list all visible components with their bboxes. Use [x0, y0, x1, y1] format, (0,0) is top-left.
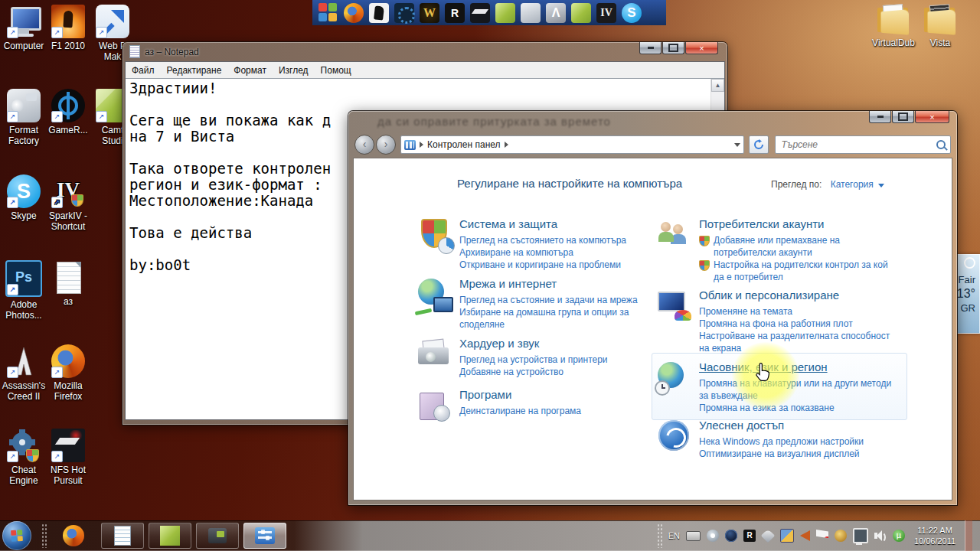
back-button[interactable]: ‹ — [354, 135, 374, 155]
tray-utorrent-icon[interactable]: µ — [893, 530, 905, 542]
scroll-up-arrow-icon[interactable]: ▲ — [711, 79, 724, 92]
world-of-warcraft-icon[interactable]: W — [420, 3, 439, 23]
desktop-icon-az-text-file[interactable]: аз — [39, 260, 97, 307]
category-link[interactable]: Настройване на разделителната способност… — [699, 330, 900, 354]
search-icon[interactable] — [936, 140, 946, 149]
category-link[interactable]: Откриване и коригиране на проблеми — [459, 259, 660, 271]
taskbar-grip[interactable] — [41, 523, 47, 548]
tray-display-switch-icon[interactable] — [780, 529, 794, 543]
forward-button[interactable]: › — [376, 135, 396, 155]
category-link[interactable]: Избиране на домашна група и опции за спо… — [459, 306, 660, 331]
category-link[interactable]: Променяне на темата — [699, 305, 900, 318]
ease-of-access-icon[interactable] — [656, 419, 691, 454]
network-internet-icon[interactable] — [416, 277, 452, 312]
tray-camtasia-icon[interactable] — [707, 530, 719, 542]
category-link[interactable]: Оптимизиране на визуалния дисплей — [699, 448, 900, 460]
tray-gold-badge-icon[interactable] — [835, 530, 847, 542]
close-button[interactable]: × — [685, 42, 718, 54]
category-title[interactable]: Улеснен достъп — [699, 419, 900, 432]
appearance-icon[interactable] — [656, 289, 691, 324]
spark-iv-icon[interactable]: IV — [596, 3, 616, 23]
windows-icon[interactable] — [318, 3, 338, 23]
category-link[interactable]: Промяна на езика за показване — [699, 402, 900, 414]
tray-grip[interactable] — [657, 523, 662, 548]
camtasia-studio-icon[interactable] — [571, 3, 591, 23]
menu-file[interactable]: Файл — [126, 65, 161, 76]
category-link[interactable]: Добавяне на устройство — [459, 366, 660, 378]
assassins-creed-icon[interactable] — [546, 3, 566, 23]
maximize-button[interactable] — [662, 42, 684, 54]
category-link[interactable]: Настройка на родителски контрол за кой д… — [714, 259, 900, 283]
close-button[interactable]: × — [915, 111, 949, 123]
cheat-engine-icon[interactable] — [394, 3, 414, 23]
menu-view[interactable]: Изглед — [273, 65, 315, 76]
desktop-icon-vista[interactable]: Vista — [911, 5, 969, 48]
refresh-button[interactable] — [749, 135, 769, 154]
chevron-down-icon[interactable] — [878, 184, 884, 187]
category-title[interactable]: Програми — [459, 388, 660, 402]
taskbar-button-notepad[interactable] — [101, 523, 144, 549]
taskbar-firefox-icon[interactable] — [63, 525, 84, 546]
skype-icon[interactable]: S — [622, 3, 642, 23]
need-for-speed-icon[interactable] — [470, 3, 490, 23]
system-security-icon[interactable] — [416, 217, 452, 253]
category-link[interactable]: Промяна на фона на работния плот — [699, 318, 900, 330]
maximize-button[interactable] — [892, 111, 914, 123]
category-link[interactable]: Преглед на състоянието на компютъра — [459, 234, 660, 246]
tray-steam-icon[interactable] — [725, 530, 737, 542]
desktop-icon-spark-iv[interactable]: IV↗ SparkIV - Shortcut — [39, 174, 97, 232]
rockstar-icon[interactable]: R — [445, 3, 465, 23]
menu-format[interactable]: Формат — [227, 65, 273, 76]
category-link[interactable]: Деинсталиране на програма — [459, 405, 660, 417]
taskbar-button-camtasia-studio[interactable] — [149, 523, 191, 549]
tray-action-center-icon[interactable] — [816, 530, 828, 542]
search-input[interactable] — [780, 139, 936, 151]
category-link[interactable]: Нека Windows да предложи настройки — [699, 435, 900, 448]
clock[interactable]: 11:22 AM 10/06/2011 — [911, 525, 959, 546]
category-link[interactable]: Архивиране на компютъра — [459, 246, 660, 259]
minimize-button[interactable] — [639, 42, 662, 54]
taskbar-button-camtasia-recorder[interactable] — [196, 523, 239, 549]
tray-rockstar-icon[interactable]: R — [743, 530, 756, 542]
breadcrumb-arrow-icon[interactable] — [420, 142, 423, 148]
category-title-hovered[interactable]: Часовник, език и регион — [699, 360, 900, 374]
keyboard-layout-icon[interactable] — [686, 531, 701, 541]
menu-edit[interactable]: Редактиране — [161, 65, 228, 76]
category-link[interactable]: Добавяне или премахване на потребителски… — [714, 234, 900, 259]
format-factory-icon[interactable] — [521, 3, 541, 23]
minimize-button[interactable] — [869, 111, 891, 123]
taskbar-button-control-panel[interactable] — [243, 523, 286, 549]
user-accounts-icon[interactable] — [656, 217, 691, 253]
tray-network-icon[interactable] — [853, 528, 868, 543]
category-title[interactable]: Потребителски акаунти — [699, 217, 900, 231]
address-bar[interactable]: Контролен панел — [400, 135, 744, 154]
camtasia-icon[interactable] — [495, 3, 515, 23]
view-by-value[interactable]: Категория — [831, 179, 874, 190]
category-link[interactable]: Преглед на устройства и принтери — [459, 354, 660, 366]
desktop-icon-nfs-hot-pursuit[interactable]: ↗ NFS Hot Pursuit — [39, 429, 97, 486]
notepad-title-bar[interactable]: аз – Notepad — [125, 42, 725, 61]
address-dropdown-icon[interactable] — [734, 143, 740, 147]
category-title[interactable]: Система и защита — [459, 217, 660, 231]
tray-volume-icon[interactable] — [874, 530, 887, 542]
breadcrumb[interactable]: Контролен панел — [427, 139, 501, 150]
category-title[interactable]: Хардуер и звук — [459, 337, 660, 350]
search-box[interactable] — [775, 135, 951, 154]
category-title[interactable]: Облик и персонализиране — [699, 289, 900, 302]
breadcrumb-arrow-icon[interactable] — [505, 142, 508, 148]
counter-strike-icon[interactable] — [369, 3, 389, 23]
category-title[interactable]: Мрежа и интернет — [459, 277, 660, 291]
tray-audio-horn-icon[interactable] — [800, 530, 810, 541]
tray-rocket-dock-icon[interactable] — [761, 529, 775, 543]
category-link[interactable]: Промяна на клавиатури или на други метод… — [699, 377, 900, 402]
category-link[interactable]: Преглед на състояние и задачи на мрежа — [459, 294, 660, 306]
start-button[interactable] — [2, 521, 31, 550]
clock-language-region-icon[interactable] — [656, 360, 691, 396]
language-indicator[interactable]: EN — [668, 531, 680, 540]
firefox-icon[interactable] — [344, 3, 364, 23]
show-desktop-button[interactable] — [965, 520, 972, 551]
desktop-icon-mozilla-firefox[interactable]: ↗ Mozilla Firefox — [39, 344, 97, 402]
hardware-sound-icon[interactable] — [416, 337, 452, 372]
programs-icon[interactable] — [416, 388, 452, 423]
menu-help[interactable]: Помощ — [315, 65, 358, 76]
